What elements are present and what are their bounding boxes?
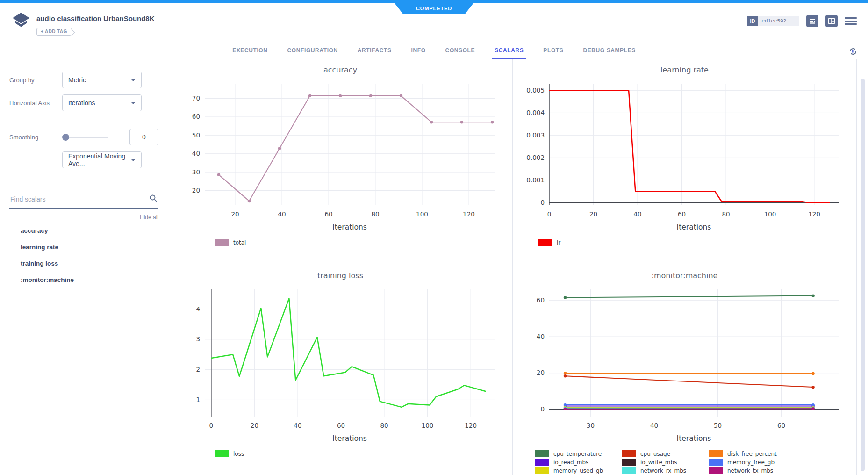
smoothing-slider[interactable] xyxy=(63,137,108,138)
experiment-id-chip[interactable]: ID ed1ee592... xyxy=(747,16,799,26)
monitor-machine-legend: cpu_temperaturecpu_usagedisk_free_percen… xyxy=(513,450,856,475)
chart-learning-rate: learning rate 02040608010012000.0010.002… xyxy=(513,59,857,265)
tab-bar: EXECUTION CONFIGURATION ARTIFACTS INFO C… xyxy=(0,43,868,59)
svg-text:20: 20 xyxy=(589,210,597,218)
legend-item[interactable]: network_rx_mbs xyxy=(622,467,709,474)
id-value: ed1ee592... xyxy=(758,16,799,26)
legend-item[interactable]: memory_used_gb xyxy=(535,467,622,474)
svg-text:0.003: 0.003 xyxy=(526,131,545,139)
group-by-select[interactable]: Metric xyxy=(62,72,142,88)
legend-label: loss xyxy=(233,451,244,457)
svg-text:60: 60 xyxy=(777,422,785,429)
legend-item[interactable]: loss xyxy=(215,450,244,457)
svg-text:60: 60 xyxy=(324,210,332,218)
add-tag-button[interactable]: + ADD TAG xyxy=(36,28,72,36)
legend-swatch xyxy=(535,467,549,474)
accuracy-legend: total xyxy=(168,239,512,246)
tab-artifacts[interactable]: ARTIFACTS xyxy=(357,43,393,59)
smoothing-slider-thumb[interactable] xyxy=(62,134,69,141)
legend-swatch xyxy=(535,459,549,466)
svg-text:80: 80 xyxy=(371,210,379,218)
svg-text:30: 30 xyxy=(587,422,595,429)
svg-text:0.005: 0.005 xyxy=(526,86,545,94)
svg-text:60: 60 xyxy=(678,210,686,218)
svg-text:70: 70 xyxy=(192,94,200,102)
svg-text:0: 0 xyxy=(540,405,545,413)
id-badge: ID xyxy=(747,16,758,26)
legend-item[interactable]: io_read_mbs xyxy=(535,459,622,466)
legend-item[interactable]: total xyxy=(215,239,246,246)
content: Group by Metric Horizontal Axis Iteratio… xyxy=(0,59,868,475)
tab-info[interactable]: INFO xyxy=(410,43,427,59)
smoothing-type-select[interactable]: Exponential Moving Ave... xyxy=(62,151,142,168)
svg-text:100: 100 xyxy=(422,422,434,429)
svg-text:80: 80 xyxy=(722,210,730,218)
svg-text:120: 120 xyxy=(808,210,820,218)
training-loss-plot-area[interactable]: 0204060801001201234Iterations xyxy=(168,282,512,448)
legend-swatch xyxy=(709,467,723,474)
svg-text:0: 0 xyxy=(209,422,214,429)
legend-label: cpu_temperature xyxy=(553,451,602,457)
learning-rate-legend: lr xyxy=(513,239,856,246)
chart-training-loss: training loss 0204060801001201234Iterati… xyxy=(168,265,513,475)
legend-swatch xyxy=(622,459,636,466)
chart-title: training loss xyxy=(168,270,512,282)
legend-label: io_read_mbs xyxy=(553,459,588,466)
svg-text:20: 20 xyxy=(231,210,239,218)
sidebar-item-training-loss[interactable]: training loss xyxy=(9,255,158,272)
legend-label: network_rx_mbs xyxy=(640,468,686,474)
tab-scalars[interactable]: SCALARS xyxy=(494,43,524,59)
console-output-icon[interactable] xyxy=(806,15,818,27)
auto-refresh-icon[interactable] xyxy=(846,45,860,59)
svg-text:40: 40 xyxy=(278,210,286,218)
legend-item[interactable]: network_tx_mbs xyxy=(709,467,796,474)
svg-text:20: 20 xyxy=(251,422,258,429)
legend-item[interactable]: disk_free_percent xyxy=(709,450,796,457)
svg-text:120: 120 xyxy=(463,210,475,218)
horizontal-axis-label: Horizontal Axis xyxy=(9,100,54,107)
svg-text:4: 4 xyxy=(196,305,200,313)
menu-icon[interactable] xyxy=(845,16,857,26)
svg-text:1: 1 xyxy=(196,396,200,403)
legend-swatch xyxy=(535,450,549,457)
page-title: audio classification UrbanSound8K xyxy=(36,14,155,22)
accuracy-plot-area[interactable]: 20406080100120203040506070Iterations xyxy=(168,76,512,237)
legend-swatch xyxy=(622,450,636,457)
horizontal-axis-select[interactable]: Iterations xyxy=(62,94,142,111)
svg-text:Iterations: Iterations xyxy=(332,223,367,231)
tab-debug-samples[interactable]: DEBUG SAMPLES xyxy=(582,43,636,59)
svg-text:40: 40 xyxy=(650,422,658,429)
hide-all-link[interactable]: Hide all xyxy=(9,214,158,221)
group-by-value: Metric xyxy=(68,76,86,84)
legend-item[interactable]: lr xyxy=(538,239,560,246)
monitor-machine-plot-area[interactable]: 304050600204060Iterations xyxy=(513,282,856,448)
legend-swatch xyxy=(215,239,229,246)
find-scalars-search[interactable]: Find scalars xyxy=(9,190,158,209)
svg-text:60: 60 xyxy=(192,113,200,120)
sidebar-item-learning-rate[interactable]: learning rate xyxy=(9,239,158,255)
chevron-down-icon xyxy=(131,79,136,81)
learning-rate-plot-area[interactable]: 02040608010012000.0010.0020.0030.0040.00… xyxy=(513,76,856,237)
tab-plots[interactable]: PLOTS xyxy=(542,43,564,59)
sidebar-divider xyxy=(0,120,168,120)
chart-monitor-machine: :monitor:machine 304050600204060Iteratio… xyxy=(513,265,857,475)
charts-grid: accuracy 20406080100120203040506070Itera… xyxy=(168,59,857,475)
sidebar-item-accuracy[interactable]: accuracy xyxy=(9,223,158,239)
tab-execution[interactable]: EXECUTION xyxy=(231,43,268,59)
svg-text:0.001: 0.001 xyxy=(526,176,545,184)
legend-item[interactable]: io_write_mbs xyxy=(622,459,709,466)
results-panel-icon[interactable] xyxy=(825,15,838,27)
smoothing-value-input[interactable]: 0 xyxy=(129,129,158,145)
svg-text:0.004: 0.004 xyxy=(526,109,545,116)
legend-swatch xyxy=(538,239,552,246)
sidebar-item-monitor-machine[interactable]: :monitor:machine xyxy=(9,272,158,288)
legend-item[interactable]: memory_free_gb xyxy=(709,459,796,466)
legend-item[interactable]: cpu_temperature xyxy=(535,450,622,457)
scrollbar-thumb[interactable] xyxy=(861,79,865,471)
svg-text:20: 20 xyxy=(537,369,545,376)
tab-console[interactable]: CONSOLE xyxy=(445,43,476,59)
tab-configuration[interactable]: CONFIGURATION xyxy=(287,43,339,59)
svg-text:0.002: 0.002 xyxy=(526,154,545,161)
svg-text:Iterations: Iterations xyxy=(677,434,711,443)
legend-item[interactable]: cpu_usage xyxy=(622,450,709,457)
